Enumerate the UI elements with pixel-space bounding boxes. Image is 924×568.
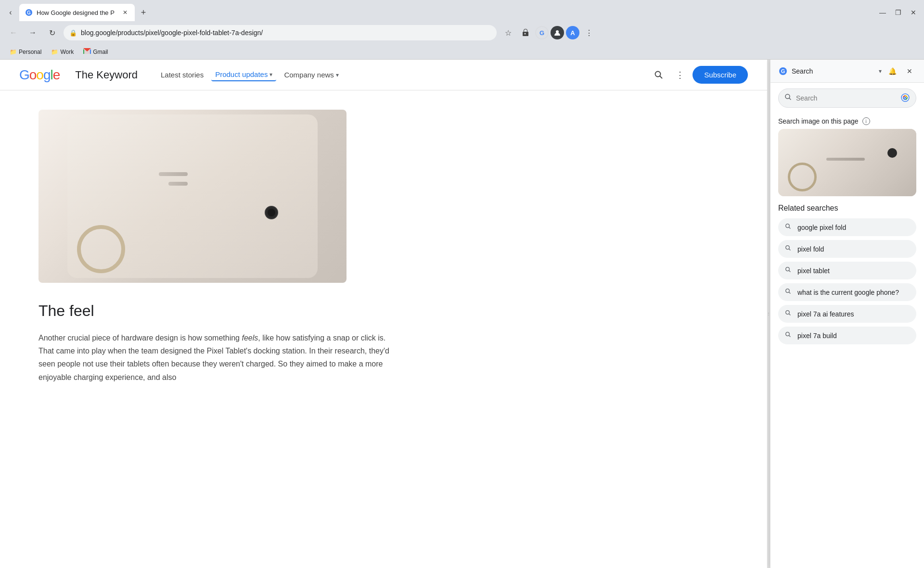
suggestion-search-icon-5 bbox=[785, 310, 792, 318]
bookmarks-bar: 📁 Personal 📁 Work Gmail bbox=[0, 44, 924, 60]
bookmark-gmail-label: Gmail bbox=[93, 49, 108, 55]
address-bar: ← → ↻ 🔒 blog.google/products/pixel/googl… bbox=[0, 21, 924, 44]
nav-latest-stories[interactable]: Latest stories bbox=[157, 69, 207, 81]
sidebar-close-btn[interactable]: ✕ bbox=[903, 64, 916, 78]
suggestion-pixel-tablet[interactable]: pixel tablet bbox=[778, 262, 916, 279]
bookmark-star-btn[interactable]: ☆ bbox=[500, 25, 516, 40]
window-controls: — ❐ ✕ bbox=[876, 6, 920, 21]
bookmark-gmail[interactable]: Gmail bbox=[79, 47, 112, 56]
suggestion-text-6: pixel 7a build bbox=[797, 332, 837, 340]
product-dropdown-arrow: ▾ bbox=[270, 71, 272, 78]
suggestion-search-icon-6 bbox=[785, 331, 792, 340]
g-account-btn[interactable]: G bbox=[535, 26, 549, 39]
browser-more-btn[interactable]: ⋮ bbox=[581, 25, 597, 40]
google-logo[interactable]: Google bbox=[19, 67, 60, 83]
tablet-camera-decoration bbox=[265, 206, 278, 219]
url-text: blog.google/products/pixel/google-pixel-… bbox=[81, 29, 491, 37]
sidebar-search-input[interactable] bbox=[796, 94, 897, 102]
article-hero-image bbox=[38, 110, 346, 283]
suggestion-text-1: google pixel fold bbox=[797, 224, 846, 231]
logo-g: G bbox=[19, 67, 29, 82]
bookmark-work-label: Work bbox=[60, 49, 74, 55]
tab-scroll-left-btn[interactable]: ‹ bbox=[4, 6, 17, 19]
tab-favicon: G bbox=[25, 9, 33, 16]
suggestion-search-icon-3 bbox=[785, 266, 792, 275]
suggestion-search-icon-2 bbox=[785, 245, 792, 253]
preview-ring-decoration bbox=[788, 163, 817, 191]
blog-name[interactable]: The Keyword bbox=[75, 69, 138, 81]
svg-point-3 bbox=[655, 71, 661, 76]
tablet-button-1-decoration bbox=[159, 172, 188, 176]
suggestion-text-4: what is the current google phone? bbox=[797, 289, 899, 296]
folder-icon-personal: 📁 bbox=[10, 49, 17, 55]
article-content: The feel Another crucial piece of hardwa… bbox=[0, 90, 433, 403]
gmail-icon bbox=[83, 48, 91, 55]
sidebar-image-preview[interactable] bbox=[778, 129, 916, 196]
new-tab-btn[interactable]: + bbox=[137, 6, 150, 19]
tab-bar: ‹ G How Google designed the P ✕ + — ❐ ✕ bbox=[0, 0, 924, 21]
search-image-label-text: Search image on this page bbox=[778, 117, 859, 125]
sidebar-title-text: Search bbox=[792, 67, 875, 75]
nav-company-news[interactable]: Company news ▾ bbox=[280, 69, 342, 81]
logo-e: e bbox=[53, 67, 60, 82]
sidebar-bell-btn[interactable]: 🔔 bbox=[886, 64, 899, 78]
info-icon[interactable]: i bbox=[862, 117, 870, 125]
header-search-btn[interactable] bbox=[650, 66, 667, 84]
suggestion-pixel-7a-ai[interactable]: pixel 7a ai features bbox=[778, 305, 916, 323]
lock-icon: 🔒 bbox=[69, 29, 77, 37]
preview-tablet-button bbox=[826, 158, 865, 161]
dark-account-btn[interactable] bbox=[551, 26, 564, 39]
suggestion-search-icon-4 bbox=[785, 288, 792, 296]
browser-frame: ‹ G How Google designed the P ✕ + — ❐ ✕ … bbox=[0, 0, 924, 568]
suggestion-current-google-phone[interactable]: what is the current google phone? bbox=[778, 283, 916, 301]
tab-bar-left: ‹ G How Google designed the P ✕ + bbox=[4, 4, 150, 21]
bookmark-personal[interactable]: 📁 Personal bbox=[6, 48, 45, 56]
folder-icon-work: 📁 bbox=[51, 49, 58, 55]
sidebar-search-icon bbox=[784, 93, 792, 103]
bookmark-work[interactable]: 📁 Work bbox=[47, 48, 77, 56]
browser-tab-active[interactable]: G How Google designed the P ✕ bbox=[19, 4, 135, 21]
browser-actions: ☆ G A ⋮ bbox=[500, 25, 597, 40]
suggestion-search-icon-1 bbox=[785, 223, 792, 231]
logo-o1: o bbox=[29, 67, 37, 82]
sidebar-search-bar[interactable] bbox=[778, 88, 916, 108]
svg-point-8 bbox=[904, 97, 906, 99]
profile-avatar[interactable]: A bbox=[566, 26, 579, 39]
suggestion-pixel-7a-build[interactable]: pixel 7a build bbox=[778, 327, 916, 344]
blog-header: Google The Keyword Latest stories Produc… bbox=[0, 60, 767, 90]
suggestion-text-3: pixel tablet bbox=[797, 267, 830, 275]
sidebar-panel: G Search ▾ 🔔 ✕ Search image on this pag bbox=[770, 60, 924, 568]
nav-icons: ⋮ Subscribe bbox=[650, 66, 748, 84]
company-dropdown-arrow: ▾ bbox=[336, 72, 339, 78]
forward-btn[interactable]: → bbox=[25, 25, 40, 40]
svg-text:G: G bbox=[781, 68, 785, 74]
content-area: Google The Keyword Latest stories Produc… bbox=[0, 60, 924, 568]
related-searches-section: Related searches google pixel fold pixel… bbox=[770, 196, 924, 356]
sidebar-header: G Search ▾ 🔔 ✕ bbox=[770, 60, 924, 83]
close-btn[interactable]: ✕ bbox=[907, 6, 920, 19]
back-btn[interactable]: ← bbox=[6, 25, 21, 40]
ring-decoration bbox=[77, 225, 125, 273]
nav-links: Latest stories Product updates ▾ Company… bbox=[157, 68, 343, 81]
tab-title: How Google designed the P bbox=[37, 9, 117, 16]
google-lens-icon[interactable] bbox=[900, 93, 910, 104]
suggestion-text-5: pixel 7a ai features bbox=[797, 310, 854, 318]
nav-product-updates[interactable]: Product updates ▾ bbox=[211, 68, 276, 81]
bookmark-personal-label: Personal bbox=[19, 49, 41, 55]
suggestion-pixel-fold[interactable]: pixel fold bbox=[778, 240, 916, 258]
subscribe-btn[interactable]: Subscribe bbox=[693, 66, 748, 84]
related-searches-title: Related searches bbox=[778, 204, 916, 213]
tablet-button-2-decoration bbox=[168, 182, 188, 186]
logo-o2: o bbox=[36, 67, 43, 82]
search-image-section-label: Search image on this page i bbox=[770, 114, 924, 129]
reload-btn[interactable]: ↻ bbox=[44, 25, 60, 40]
maximize-btn[interactable]: ❐ bbox=[891, 6, 905, 19]
url-bar[interactable]: 🔒 blog.google/products/pixel/google-pixe… bbox=[64, 25, 497, 40]
webpage[interactable]: Google The Keyword Latest stories Produc… bbox=[0, 60, 767, 568]
extensions-btn[interactable] bbox=[518, 25, 533, 40]
sidebar-dropdown-arrow[interactable]: ▾ bbox=[879, 68, 882, 75]
header-more-btn[interactable]: ⋮ bbox=[671, 66, 689, 84]
tab-close-btn[interactable]: ✕ bbox=[121, 9, 129, 16]
suggestion-google-pixel-fold[interactable]: google pixel fold bbox=[778, 218, 916, 236]
minimize-btn[interactable]: — bbox=[876, 6, 889, 19]
